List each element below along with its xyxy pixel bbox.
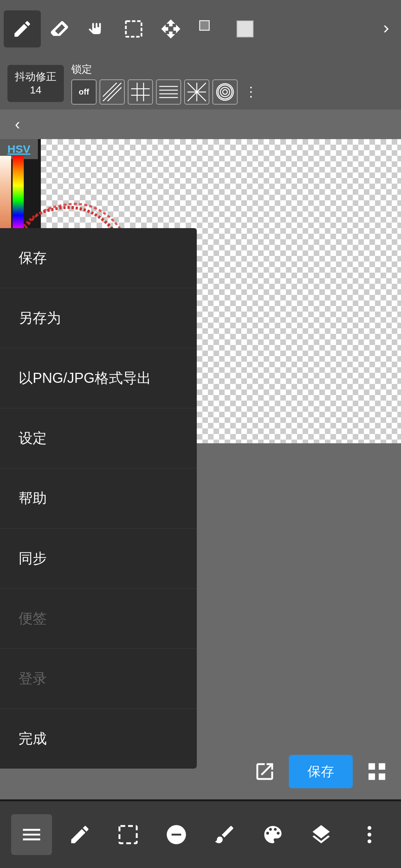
svg-point-23 bbox=[221, 88, 230, 97]
bottom-lasso-button[interactable] bbox=[108, 814, 149, 855]
color-swatch[interactable] bbox=[226, 10, 264, 47]
menu-item-save[interactable]: 保存 bbox=[0, 228, 197, 288]
eraser-tool[interactable] bbox=[41, 10, 78, 47]
svg-point-22 bbox=[223, 90, 228, 95]
bottom-erase-button[interactable] bbox=[156, 814, 197, 855]
dropdown-menu: 保存 另存为 以PNG/JPG格式导出 设定 帮助 同步 便签 登录 完成 bbox=[0, 228, 197, 769]
menu-item-export-png[interactable]: 以PNG/JPG格式导出 bbox=[0, 348, 197, 408]
bottom-palette-button[interactable] bbox=[252, 814, 293, 855]
selection-tool[interactable] bbox=[115, 10, 152, 47]
svg-point-27 bbox=[368, 833, 371, 836]
save-main-button[interactable]: 保存 bbox=[289, 755, 353, 788]
menu-item-memo[interactable]: 便签 bbox=[0, 589, 197, 649]
svg-rect-2 bbox=[200, 21, 209, 30]
menu-item-help[interactable]: 帮助 bbox=[0, 468, 197, 529]
lock-section: 锁定 off bbox=[71, 62, 261, 105]
bottom-menu-button[interactable] bbox=[11, 814, 52, 855]
back-section: ‹ bbox=[0, 109, 401, 139]
menu-item-settings[interactable]: 设定 bbox=[0, 408, 197, 468]
more-tools-button[interactable] bbox=[375, 10, 397, 47]
svg-line-3 bbox=[103, 83, 121, 101]
svg-point-29 bbox=[368, 826, 371, 830]
svg-line-17 bbox=[188, 92, 197, 101]
pencil-tool[interactable] bbox=[4, 10, 41, 47]
hsv-label[interactable]: HSV bbox=[7, 143, 30, 155]
svg-rect-0 bbox=[126, 21, 141, 37]
lock-pattern-horizontal[interactable] bbox=[156, 79, 181, 105]
lock-label: 锁定 bbox=[71, 62, 261, 76]
bottom-layers-button[interactable] bbox=[301, 814, 342, 855]
grid-view-button[interactable] bbox=[360, 755, 394, 788]
transform-tool[interactable] bbox=[152, 10, 189, 47]
bottom-toolbar bbox=[0, 801, 401, 868]
back-button[interactable]: ‹ bbox=[7, 115, 27, 133]
lock-more-button[interactable]: ⋮ bbox=[241, 84, 261, 100]
second-toolbar: 抖动修正 14 锁定 off bbox=[0, 57, 401, 109]
menu-item-sync[interactable]: 同步 bbox=[0, 529, 197, 589]
svg-point-28 bbox=[368, 839, 371, 843]
svg-point-25 bbox=[217, 84, 234, 101]
stabilizer-button[interactable]: 抖动修正 14 bbox=[7, 65, 64, 102]
export-button[interactable] bbox=[248, 755, 281, 788]
bottom-brush-button[interactable] bbox=[204, 814, 245, 855]
svg-rect-26 bbox=[120, 826, 137, 844]
top-toolbar bbox=[0, 0, 401, 57]
lock-off-button[interactable]: off bbox=[71, 79, 97, 105]
lock-icons: off bbox=[71, 79, 261, 105]
svg-line-16 bbox=[197, 92, 206, 101]
bottom-right-buttons: 保存 bbox=[248, 755, 394, 788]
lock-pattern-concentric[interactable] bbox=[212, 79, 238, 105]
bottom-more-button[interactable] bbox=[349, 814, 390, 855]
menu-item-save-as[interactable]: 另存为 bbox=[0, 288, 197, 348]
lock-pattern-diagonal[interactable] bbox=[100, 79, 125, 105]
hand-tool[interactable] bbox=[78, 10, 115, 47]
lock-pattern-grid[interactable] bbox=[128, 79, 153, 105]
menu-item-done[interactable]: 完成 bbox=[0, 709, 197, 769]
menu-item-login[interactable]: 登录 bbox=[0, 649, 197, 709]
svg-line-15 bbox=[188, 83, 197, 92]
bottom-edit-button[interactable] bbox=[59, 814, 100, 855]
lock-pattern-radial[interactable] bbox=[184, 79, 209, 105]
fill-tool[interactable] bbox=[189, 10, 226, 47]
svg-line-14 bbox=[197, 83, 206, 92]
